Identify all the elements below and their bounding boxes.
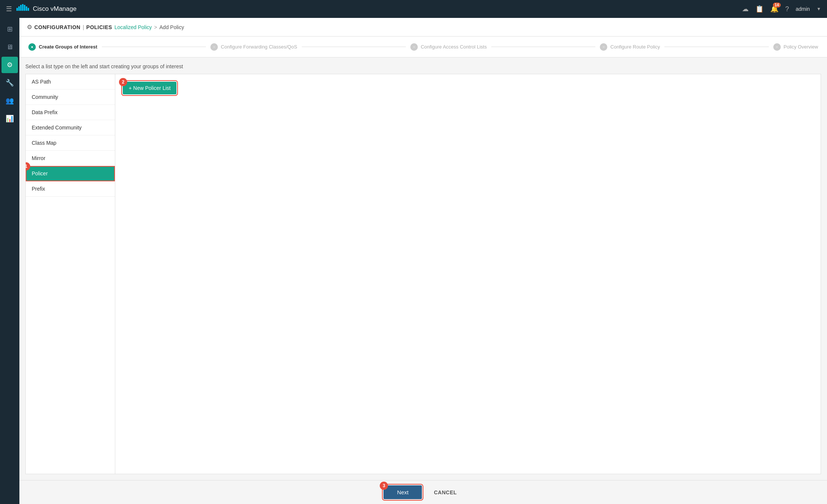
- wizard-step-4: ○ Configure Route Policy: [600, 43, 660, 51]
- hamburger-menu[interactable]: ☰: [6, 5, 12, 13]
- step-connector-4: [664, 47, 768, 47]
- wizard-step-1: ● Create Groups of Interest: [28, 43, 97, 51]
- top-nav-right: ☁ 📋 🔔 14 ? admin ▼: [742, 5, 821, 13]
- list-item-policer[interactable]: Policer: [26, 166, 115, 181]
- list-item-as-path[interactable]: AS Path: [26, 74, 115, 90]
- step-badge-2: 2: [119, 78, 127, 86]
- help-icon[interactable]: ?: [785, 5, 789, 13]
- logo-area: Cisco vManage: [16, 4, 76, 14]
- list-item-prefix[interactable]: Prefix: [26, 181, 115, 197]
- step-circle-2: ○: [210, 43, 218, 51]
- step-connector-3: [491, 47, 595, 47]
- policy-panel: AS Path Community Data Prefix Extended C…: [25, 74, 821, 474]
- sidebar-item-admin[interactable]: 👥: [1, 93, 18, 109]
- svg-rect-5: [26, 6, 27, 11]
- list-item-class-map[interactable]: Class Map: [26, 135, 115, 151]
- breadcrumb-current: Add Policy: [159, 24, 184, 30]
- step-label-2: Configure Forwarding Classes/QoS: [221, 44, 297, 50]
- breadcrumb-section: CONFIGURATION: [34, 24, 81, 30]
- step-label-4: Configure Route Policy: [610, 44, 660, 50]
- list-item-mirror[interactable]: Mirror: [26, 151, 115, 166]
- step-label-3: Configure Access Control Lists: [421, 44, 487, 50]
- breadcrumb-separator: |: [83, 24, 84, 30]
- clipboard-icon[interactable]: 📋: [755, 5, 764, 13]
- breadcrumb-bar: ⚙ CONFIGURATION | POLICIES Localized Pol…: [19, 18, 827, 37]
- app-title: Cisco vManage: [33, 5, 76, 13]
- cancel-button[interactable]: CANCEL: [428, 486, 463, 499]
- right-panel: + New Policer List 2: [115, 74, 821, 474]
- svg-rect-4: [24, 5, 25, 11]
- notification-badge: 14: [773, 3, 781, 7]
- instruction-text: Select a list type on the left and start…: [25, 63, 821, 69]
- svg-rect-0: [16, 8, 18, 11]
- step-circle-1: ●: [28, 43, 36, 51]
- list-item-community[interactable]: Community: [26, 90, 115, 105]
- content-area: ⚙ CONFIGURATION | POLICIES Localized Pol…: [19, 18, 827, 504]
- step-label-5: Policy Overview: [784, 44, 818, 50]
- svg-rect-1: [18, 6, 20, 11]
- sidebar-item-dashboard[interactable]: ⊞: [1, 21, 18, 37]
- left-sidebar: ⊞ 🖥 ⚙ 🔧 👥 📊: [0, 18, 19, 504]
- step-circle-5: ○: [773, 43, 781, 51]
- step-label-1: Create Groups of Interest: [39, 44, 97, 50]
- svg-rect-2: [20, 5, 22, 11]
- step-connector-1: [102, 47, 206, 47]
- next-button[interactable]: Next: [383, 485, 422, 499]
- user-menu[interactable]: admin: [796, 6, 810, 12]
- step-connector-2: [302, 47, 406, 47]
- new-policer-list-button[interactable]: + New Policer List: [123, 82, 176, 94]
- breadcrumb-section2: POLICIES: [86, 24, 112, 30]
- sidebar-item-configuration[interactable]: ⚙: [1, 57, 18, 73]
- user-dropdown-arrow[interactable]: ▼: [817, 6, 821, 12]
- list-item-data-prefix[interactable]: Data Prefix: [26, 105, 115, 120]
- breadcrumb-gear-icon: ⚙: [27, 24, 32, 31]
- wizard-steps: ● Create Groups of Interest ○ Configure …: [19, 37, 827, 57]
- step-circle-3: ○: [410, 43, 418, 51]
- top-navigation: ☰ Cisco vManage ☁ 📋 🔔 14 ? admin ▼: [0, 0, 827, 18]
- page-body: Select a list type on the left and start…: [19, 57, 827, 480]
- breadcrumb-link[interactable]: Localized Policy: [115, 24, 152, 30]
- step-circle-4: ○: [600, 43, 607, 51]
- svg-rect-6: [28, 8, 29, 11]
- wizard-step-3: ○ Configure Access Control Lists: [410, 43, 487, 51]
- sidebar-item-monitor[interactable]: 🖥: [1, 39, 18, 55]
- sidebar-item-tools[interactable]: 🔧: [1, 75, 18, 91]
- wizard-step-2: ○ Configure Forwarding Classes/QoS: [210, 43, 297, 51]
- breadcrumb-arrow: >: [154, 24, 157, 30]
- notifications-icon[interactable]: 🔔 14: [770, 5, 779, 13]
- bottom-bar: Next 3 CANCEL: [19, 480, 827, 504]
- list-item-extended-community[interactable]: Extended Community: [26, 120, 115, 135]
- list-panel: AS Path Community Data Prefix Extended C…: [26, 74, 115, 474]
- cloud-icon[interactable]: ☁: [742, 5, 749, 13]
- wizard-step-5: ○ Policy Overview: [773, 43, 818, 51]
- svg-rect-3: [22, 4, 24, 11]
- cisco-logo: [16, 4, 30, 14]
- sidebar-item-reports[interactable]: 📊: [1, 110, 18, 127]
- main-layout: ⊞ 🖥 ⚙ 🔧 👥 📊 ⚙ CONFIGURATION | POLICIES L…: [0, 18, 827, 504]
